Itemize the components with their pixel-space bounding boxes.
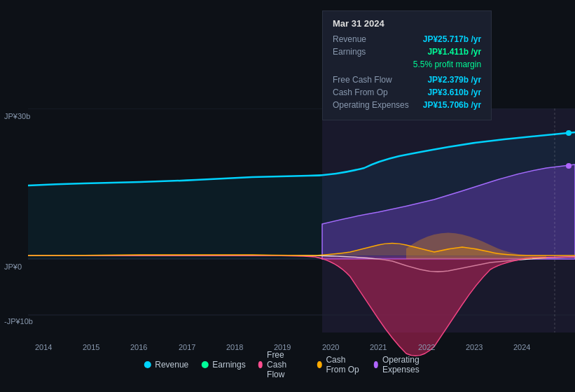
legend-dot-fcf — [258, 361, 263, 368]
tooltip-fcf-value: JP¥2.379b /yr — [427, 75, 481, 85]
x-label-2014: 2014 — [35, 343, 52, 351]
legend-cashop: Cash From Op — [317, 355, 361, 374]
legend-dot-revenue — [144, 361, 151, 368]
tooltip-opex-value: JP¥15.706b /yr — [423, 100, 481, 110]
legend-label-fcf: Free Cash Flow — [267, 350, 305, 379]
legend-label-cashop: Cash From Op — [326, 355, 361, 374]
legend-revenue: Revenue — [144, 360, 188, 370]
legend-opex: Operating Expenses — [374, 355, 431, 374]
tooltip-opex-label: Operating Expenses — [333, 100, 409, 110]
chart-legend: Revenue Earnings Free Cash Flow Cash Fro… — [144, 350, 431, 379]
tooltip-cashop-row: Cash From Op JP¥3.610b /yr — [333, 88, 481, 97]
tooltip-revenue-label: Revenue — [333, 34, 366, 44]
tooltip-revenue-row: Revenue JP¥25.717b /yr — [333, 34, 481, 44]
tooltip-earnings-label: Earnings — [333, 47, 366, 57]
tooltip-revenue-value: JP¥25.717b /yr — [423, 34, 481, 44]
tooltip-margin-row: 5.5% profit margin — [333, 59, 481, 72]
legend-label-revenue: Revenue — [155, 360, 188, 370]
tooltip-margin-value: 5.5% profit margin — [413, 59, 481, 69]
legend-label-opex: Operating Expenses — [382, 355, 431, 374]
tooltip-opex-row: Operating Expenses JP¥15.706b /yr — [333, 100, 481, 110]
tooltip-cashop-label: Cash From Op — [333, 88, 388, 97]
tooltip-cashop-value: JP¥3.610b /yr — [427, 88, 481, 97]
revenue-end-dot — [566, 130, 571, 136]
legend-dot-cashop — [317, 361, 321, 368]
tooltip-date: Mar 31 2024 — [333, 18, 481, 29]
tooltip-panel: Mar 31 2024 Revenue JP¥25.717b /yr Earni… — [322, 10, 492, 120]
chart-container: Mar 31 2024 Revenue JP¥25.717b /yr Earni… — [0, 0, 575, 392]
tooltip-earnings-row: Earnings JP¥1.411b /yr — [333, 47, 481, 57]
legend-label-earnings: Earnings — [212, 360, 245, 370]
legend-dot-earnings — [201, 361, 208, 368]
opex-end-dot — [566, 163, 571, 169]
tooltip-fcf-label: Free Cash Flow — [333, 75, 392, 85]
legend-dot-opex — [374, 361, 378, 368]
x-label-2015: 2015 — [83, 343, 99, 351]
tooltip-fcf-row: Free Cash Flow JP¥2.379b /yr — [333, 75, 481, 85]
legend-fcf: Free Cash Flow — [258, 350, 305, 379]
tooltip-earnings-value: JP¥1.411b /yr — [427, 47, 481, 57]
legend-earnings: Earnings — [201, 360, 245, 370]
x-label-2023: 2023 — [466, 343, 483, 351]
x-label-2024: 2024 — [513, 343, 530, 351]
